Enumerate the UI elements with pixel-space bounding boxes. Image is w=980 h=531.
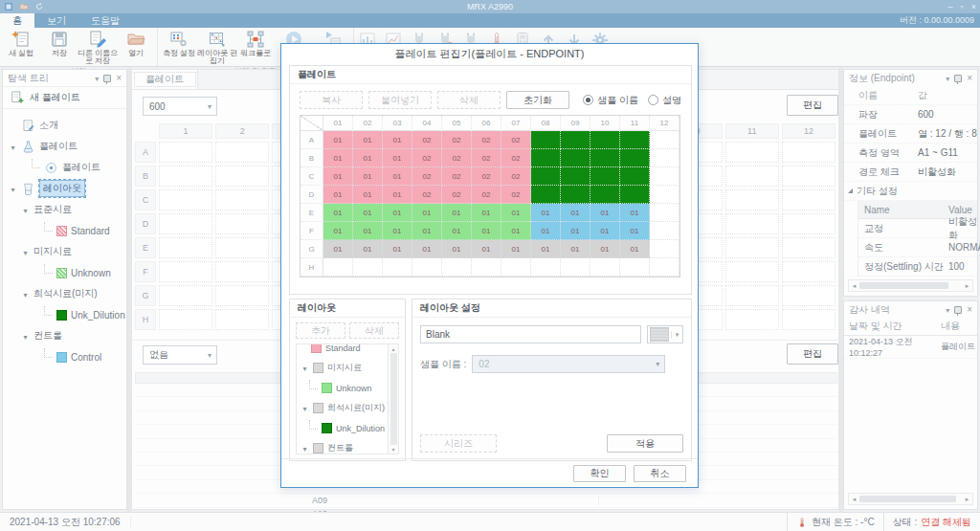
plate-well[interactable]: 01 xyxy=(442,222,472,240)
grid-cell[interactable] xyxy=(782,261,835,282)
plate-well[interactable]: 01 xyxy=(412,240,442,258)
plate-well[interactable]: 01 xyxy=(412,204,442,222)
plate-col-header[interactable]: 06 xyxy=(472,116,501,131)
plate-col-header[interactable]: 07 xyxy=(501,116,531,131)
plate-well[interactable]: 01 xyxy=(442,240,472,258)
plate-well[interactable]: 01 xyxy=(383,186,412,204)
plate-well[interactable]: 01 xyxy=(383,131,412,149)
tree-item-표준시료[interactable]: 표준시료 xyxy=(3,199,126,220)
plate-well[interactable]: 01 xyxy=(501,240,531,258)
plate-row-header[interactable]: A xyxy=(301,131,323,149)
panel-close-icon[interactable] xyxy=(967,73,972,83)
horizontal-scrollbar[interactable] xyxy=(848,279,973,292)
plate-well[interactable]: 02 xyxy=(501,149,531,167)
grid-row-header[interactable]: G xyxy=(135,285,156,306)
plate-well[interactable]: 02 xyxy=(442,149,472,167)
plate-col-header[interactable]: 09 xyxy=(561,116,590,131)
ribbon-tab-홈[interactable]: 홈 xyxy=(0,13,34,28)
ribbon-button-open[interactable]: 열기 xyxy=(117,28,155,66)
plate-well[interactable] xyxy=(650,149,679,167)
minimize-icon[interactable] xyxy=(948,2,953,11)
layout-item-컨트롤[interactable]: 컨트롤 xyxy=(297,438,388,454)
grid-cell[interactable] xyxy=(782,213,835,234)
plate-well[interactable] xyxy=(650,131,679,149)
color-select[interactable] xyxy=(647,325,683,343)
plate-well[interactable] xyxy=(590,258,620,277)
plate-well[interactable]: 01 xyxy=(442,204,472,222)
filter-select[interactable]: 없음 xyxy=(143,345,217,365)
plate-well[interactable]: 01 xyxy=(531,222,561,240)
tree-item-Unk_Dilution[interactable]: Unk_Dilution xyxy=(3,304,126,325)
grid-cell[interactable] xyxy=(159,237,212,258)
info-row-측정 영역[interactable]: 측정 영역A1 ~ G11 xyxy=(844,144,977,163)
tree-item-플레이트[interactable]: 플레이트 xyxy=(3,157,126,178)
info-subrow-교정[interactable]: 교정비활성화 xyxy=(858,219,977,238)
plate-col-header[interactable]: 10 xyxy=(590,116,620,131)
scrollbar-thumb[interactable] xyxy=(390,353,397,445)
info-row-파장[interactable]: 파장600 xyxy=(844,105,977,124)
plate-well[interactable] xyxy=(531,131,561,149)
grid-cell[interactable] xyxy=(782,142,835,163)
grid-cell[interactable] xyxy=(725,261,779,282)
grid-cell[interactable] xyxy=(215,166,269,187)
plate-well[interactable]: 01 xyxy=(620,240,650,258)
sample-row[interactable]: A09 xyxy=(135,494,837,507)
plate-row-header[interactable]: H xyxy=(301,258,323,277)
plate-col-header[interactable]: 08 xyxy=(531,116,561,131)
grid-row-header[interactable]: H xyxy=(135,309,156,330)
plate-well[interactable] xyxy=(620,131,650,149)
plate-row-header[interactable]: G xyxy=(301,240,323,258)
scrollbar-thumb[interactable] xyxy=(859,282,948,289)
plate-well[interactable]: 02 xyxy=(412,131,442,149)
plate-well[interactable]: 02 xyxy=(442,186,472,204)
plate-well[interactable]: 01 xyxy=(383,149,412,167)
grid-cell[interactable] xyxy=(725,189,779,210)
plate-well[interactable] xyxy=(590,167,620,186)
plate-well[interactable] xyxy=(620,167,650,186)
plate-well[interactable]: 01 xyxy=(383,222,412,240)
plate-well[interactable]: 01 xyxy=(412,222,442,240)
grid-cell[interactable] xyxy=(215,142,269,163)
grid-cell[interactable] xyxy=(215,189,269,210)
info-row-기타 설정[interactable]: 기타 설정 xyxy=(844,182,977,201)
grid-cell[interactable] xyxy=(159,189,212,210)
plate-col-header[interactable]: 03 xyxy=(383,116,412,131)
plate-well[interactable] xyxy=(650,222,679,240)
plate-well[interactable] xyxy=(501,258,531,277)
plate-well[interactable]: 02 xyxy=(472,167,501,186)
pin-icon[interactable] xyxy=(103,75,111,82)
grid-col-header[interactable]: 12 xyxy=(782,123,835,139)
grid-cell[interactable] xyxy=(215,309,269,330)
plate-well[interactable] xyxy=(531,258,561,277)
scroll-left-icon[interactable] xyxy=(849,282,859,290)
tree-item-플레이트[interactable]: 플레이트 xyxy=(3,136,126,157)
plate-well[interactable]: 02 xyxy=(472,186,501,204)
ribbon-tab-보기[interactable]: 보기 xyxy=(34,13,78,28)
plate-well[interactable] xyxy=(531,167,561,186)
ribbon-button-save[interactable]: 저장 xyxy=(40,28,78,66)
plate-well[interactable]: 01 xyxy=(353,131,383,149)
plate-well[interactable]: 02 xyxy=(472,131,501,149)
plate-well[interactable]: 02 xyxy=(501,167,531,186)
grid-cell[interactable] xyxy=(782,166,835,187)
scroll-up-icon[interactable] xyxy=(391,345,394,352)
plate-well[interactable] xyxy=(353,258,383,277)
plate-well[interactable] xyxy=(590,149,620,167)
grid-cell[interactable] xyxy=(159,261,212,282)
radio-샘플 이름[interactable]: 샘플 이름 xyxy=(583,94,638,107)
tree-item-컨트롤[interactable]: 컨트롤 xyxy=(3,325,126,346)
pin-icon[interactable] xyxy=(954,306,962,314)
grid-row-header[interactable]: A xyxy=(135,142,156,163)
plate-well[interactable] xyxy=(323,258,353,277)
scroll-down-icon[interactable] xyxy=(391,446,394,453)
ribbon-button-new-experiment[interactable]: 새 실험 xyxy=(2,28,40,66)
grid-cell[interactable] xyxy=(725,142,779,163)
layout-item-Unknown[interactable]: Unknown xyxy=(297,378,388,398)
new-plate-button[interactable]: 새 플레이트 xyxy=(3,86,126,109)
grid-cell[interactable] xyxy=(159,166,212,187)
plate-well[interactable]: 01 xyxy=(323,240,353,258)
tree-item-레이아웃[interactable]: 레이아웃 xyxy=(3,178,126,199)
plate-well[interactable] xyxy=(650,258,679,277)
expander-icon[interactable] xyxy=(848,188,853,193)
grid-cell[interactable] xyxy=(782,309,835,330)
